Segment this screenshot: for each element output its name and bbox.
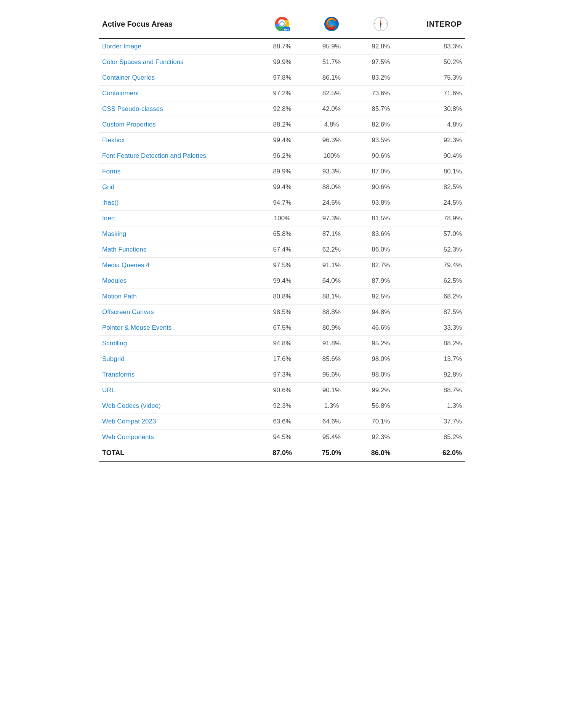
interop-value: 88.2% [405, 336, 465, 351]
firefox-value: 85.6% [307, 351, 356, 367]
interop-value: 71.6% [405, 86, 465, 101]
area-name-cell[interactable]: Custom Properties [99, 117, 258, 133]
area-name-cell[interactable]: CSS Pseudo-classes [99, 101, 258, 117]
chrome-value: 80.8% [258, 289, 307, 305]
firefox-value: 90.1% [307, 383, 356, 398]
table-row: Container Queries97.8%86.1%83.2%75.3% [99, 70, 465, 86]
area-name-cell[interactable]: Motion Path [99, 289, 258, 305]
area-name-cell[interactable]: Font Feature Detection and Palettes [99, 148, 258, 164]
area-name-cell[interactable]: Containment [99, 86, 258, 101]
chrome-dev-icon: Dev [273, 15, 291, 33]
total-row: TOTAL87.0%75.0%86.0%62.0% [99, 445, 465, 462]
table-row: :has()94.7%24.5%93.8%24.5% [99, 195, 465, 211]
firefox-icon [324, 16, 340, 32]
chrome-value: 97.2% [258, 86, 307, 101]
interop-value: 37.7% [405, 414, 465, 430]
table-row: Media Queries 497.5%91.1%82.7%79.4% [99, 258, 465, 273]
safari-value: 99.2% [356, 383, 405, 398]
area-name-cell[interactable]: Modules [99, 273, 258, 289]
area-name-cell[interactable]: Web Codecs (video) [99, 398, 258, 414]
table-row: Pointer & Mouse Events67.5%80.9%46.6%33.… [99, 320, 465, 336]
safari-value: 90.6% [356, 180, 405, 195]
firefox-value: 64.6% [307, 414, 356, 430]
safari-column-header: N S E W [356, 11, 405, 38]
chrome-value: 97.8% [258, 70, 307, 86]
area-name-cell[interactable]: Border Image [99, 38, 258, 55]
firefox-value: 51.7% [307, 55, 356, 70]
safari-value: 85.7% [356, 101, 405, 117]
chrome-value: 99.4% [258, 180, 307, 195]
area-name-cell[interactable]: Scrolling [99, 336, 258, 351]
svg-text:Dev: Dev [284, 28, 289, 31]
table-row: Subgrid17.6%85.6%98.0%13.7% [99, 351, 465, 367]
area-name-cell[interactable]: Web Components [99, 430, 258, 445]
safari-value: 97.5% [356, 55, 405, 70]
area-name-cell[interactable]: Offscreen Canvas [99, 305, 258, 320]
chrome-value: 88.2% [258, 117, 307, 133]
firefox-value: 64.0% [307, 273, 356, 289]
area-name-cell[interactable]: Container Queries [99, 70, 258, 86]
safari-value: 98.0% [356, 351, 405, 367]
table-row: Math Functions57.4%62.2%86.0%52.3% [99, 242, 465, 258]
table-row: Web Compat 202363.6%64.6%70.1%37.7% [99, 414, 465, 430]
chrome-value: 96.2% [258, 148, 307, 164]
area-name-cell[interactable]: Grid [99, 180, 258, 195]
interop-value: 92.8% [405, 367, 465, 383]
table-row: Motion Path80.8%88.1%92.5%68.2% [99, 289, 465, 305]
interop-value: 50.2% [405, 55, 465, 70]
svg-text:W: W [374, 22, 376, 25]
svg-point-12 [380, 23, 381, 25]
area-name-cell[interactable]: Inert [99, 211, 258, 226]
interop-value: 62.5% [405, 273, 465, 289]
firefox-value: 24.5% [307, 195, 356, 211]
area-name-cell[interactable]: Web Compat 2023 [99, 414, 258, 430]
interop-value: 79.4% [405, 258, 465, 273]
chrome-value: 94.5% [258, 430, 307, 445]
safari-value: 82.7% [356, 258, 405, 273]
area-name-cell[interactable]: Color Spaces and Functions [99, 55, 258, 70]
firefox-value: 42.0% [307, 101, 356, 117]
table-row: Color Spaces and Functions99.9%51.7%97.5… [99, 55, 465, 70]
safari-value: 82.6% [356, 117, 405, 133]
table-row: Transforms97.3%95.6%98.0%92.8% [99, 367, 465, 383]
area-name-cell[interactable]: Math Functions [99, 242, 258, 258]
table-row: Font Feature Detection and Palettes96.2%… [99, 148, 465, 164]
area-name-cell[interactable]: Forms [99, 164, 258, 180]
interop-value: 92.3% [405, 133, 465, 148]
safari-value: 83.2% [356, 70, 405, 86]
firefox-value: 96.3% [307, 133, 356, 148]
area-name-cell[interactable]: Transforms [99, 367, 258, 383]
firefox-value: 93.3% [307, 164, 356, 180]
safari-value: 83.6% [356, 226, 405, 242]
table-row: Forms89.9%93.3%87.0%80.1% [99, 164, 465, 180]
chrome-value: 99.9% [258, 55, 307, 70]
firefox-value: 88.0% [307, 180, 356, 195]
area-name-cell[interactable]: Pointer & Mouse Events [99, 320, 258, 336]
interop-table: Active Focus Areas [99, 11, 465, 462]
area-name-cell[interactable]: Subgrid [99, 351, 258, 367]
safari-value: 81.5% [356, 211, 405, 226]
total-chrome-value: 87.0% [258, 445, 307, 462]
area-name-cell[interactable]: Flexbox [99, 133, 258, 148]
chrome-value: 94.7% [258, 195, 307, 211]
chrome-value: 90.6% [258, 383, 307, 398]
firefox-value: 62.2% [307, 242, 356, 258]
safari-value: 98.0% [356, 367, 405, 383]
firefox-value: 80.9% [307, 320, 356, 336]
firefox-value: 87.1% [307, 226, 356, 242]
safari-value: 93.5% [356, 133, 405, 148]
safari-icon: N S E W [373, 16, 388, 32]
interop-value: 90.4% [405, 148, 465, 164]
safari-value: 90.6% [356, 148, 405, 164]
area-name-cell[interactable]: URL [99, 383, 258, 398]
interop-value: 1.3% [405, 398, 465, 414]
interop-value: 52.3% [405, 242, 465, 258]
area-name-cell[interactable]: Media Queries 4 [99, 258, 258, 273]
safari-value: 93.8% [356, 195, 405, 211]
firefox-value: 4.8% [307, 117, 356, 133]
area-name-cell[interactable]: :has() [99, 195, 258, 211]
safari-value: 73.6% [356, 86, 405, 101]
table-row: Web Codecs (video)92.3%1.3%56.8%1.3% [99, 398, 465, 414]
chrome-value: 92.8% [258, 101, 307, 117]
area-name-cell[interactable]: Masking [99, 226, 258, 242]
